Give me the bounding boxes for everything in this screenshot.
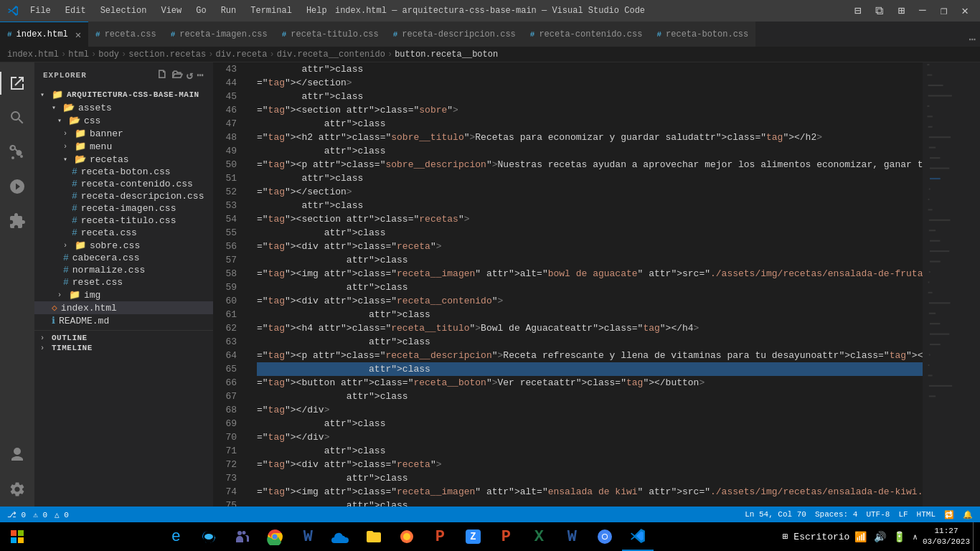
folder-img[interactable]: › 📁 img xyxy=(34,288,213,301)
project-root[interactable]: ▾ 📁 ARQUITECTURA-CSS-BASE-MAIN xyxy=(34,88,213,101)
titlebar-menu[interactable]: File Edit Selection View Go Run Terminal… xyxy=(24,4,333,17)
taskbar-app-chrome[interactable] xyxy=(259,522,291,551)
breadcrumb-item-6[interactable]: button.receta__boton xyxy=(395,50,498,60)
source-control-activity-icon[interactable] xyxy=(0,135,34,169)
taskbar-app-edge[interactable] xyxy=(193,522,225,551)
breadcrumb-item-0[interactable]: index.html xyxy=(7,50,59,60)
folder-sobre[interactable]: › 📁 sobre.css xyxy=(34,239,213,252)
show-desktop-button[interactable] xyxy=(973,522,977,551)
taskbar-app-zoom[interactable]: Z xyxy=(457,522,489,551)
explorer-activity-icon[interactable] xyxy=(0,66,34,100)
outline-section[interactable]: › OUTLINE xyxy=(34,330,213,343)
menu-file[interactable]: File xyxy=(24,4,57,17)
menu-selection[interactable]: Selection xyxy=(95,4,153,17)
tab-receta-boton-css[interactable]: # receta-boton.css xyxy=(649,22,755,47)
close-button[interactable]: ✕ xyxy=(957,2,973,19)
minimize-button[interactable]: ─ xyxy=(915,3,930,19)
file-index-html[interactable]: ◇ index.html xyxy=(34,301,213,314)
git-branch-icon[interactable]: ⎇ 0 xyxy=(7,510,26,519)
layout-icon[interactable]: ⊟ xyxy=(850,2,866,19)
taskbar-app-teams[interactable] xyxy=(226,522,258,551)
tab-receta-contenido-css[interactable]: # receta-contenido.css xyxy=(523,22,650,47)
split-editor-icon[interactable]: ⧉ xyxy=(871,3,887,19)
errors-icon[interactable]: ⚠ 0 xyxy=(33,510,47,519)
account-activity-icon[interactable] xyxy=(0,438,34,472)
taskbar-app-powerpoint[interactable]: P xyxy=(424,522,456,551)
customize-layout-icon[interactable]: ⊞ xyxy=(893,2,909,19)
folder-css[interactable]: ▾ 📂 css xyxy=(34,114,213,127)
search-activity-icon[interactable] xyxy=(0,100,34,135)
collapse-icon[interactable]: ⋯ xyxy=(197,68,204,83)
start-button[interactable] xyxy=(3,522,32,551)
breadcrumb-item-2[interactable]: body xyxy=(98,50,119,60)
line-number: 51 xyxy=(214,171,242,185)
volume-icon[interactable]: 🔊 xyxy=(872,529,888,545)
file-receta-contenido[interactable]: # receta-contenido.css xyxy=(34,178,213,190)
file-reset[interactable]: # reset.css xyxy=(34,276,213,288)
network-icon[interactable]: 📶 xyxy=(852,529,869,545)
folder-banner[interactable]: › 📁 banner xyxy=(34,127,213,140)
language-indicator[interactable]: HTML xyxy=(917,510,936,519)
folder-menu[interactable]: › 📁 menu xyxy=(34,140,213,153)
taskbar-app-onedrive[interactable] xyxy=(325,522,357,551)
desktop-button[interactable]: ⊞ Escritorio xyxy=(783,531,850,542)
taskbar-app-word-blue[interactable]: W xyxy=(292,522,324,551)
refresh-icon[interactable]: ↺ xyxy=(187,68,194,83)
notifications-icon[interactable]: 🔔 xyxy=(963,510,973,519)
extensions-activity-icon[interactable] xyxy=(0,204,34,238)
taskbar-app-vscode[interactable] xyxy=(622,522,654,551)
menu-edit[interactable]: Edit xyxy=(60,4,92,17)
battery-icon[interactable]: 🔋 xyxy=(891,529,908,545)
file-receta-boton[interactable]: # receta-boton.css xyxy=(34,166,213,178)
file-receta-titulo[interactable]: # receta-titulo.css xyxy=(34,215,213,227)
folder-recetas[interactable]: ▾ 📂 recetas xyxy=(34,153,213,166)
spaces-indicator[interactable]: Spaces: 4 xyxy=(815,510,857,519)
settings-activity-icon[interactable] xyxy=(0,472,34,507)
notification-area[interactable]: ∧ xyxy=(910,531,920,543)
tab-receta-descripcion-css[interactable]: # receta-descripcion.css xyxy=(386,22,523,47)
menu-terminal[interactable]: Terminal xyxy=(245,4,298,17)
code-editor[interactable]: attr">class="tag"></section> attr">class… xyxy=(250,62,923,507)
taskbar-app-ie[interactable]: e xyxy=(160,522,192,551)
menu-go[interactable]: Go xyxy=(190,4,212,17)
new-folder-icon[interactable]: 🗁 xyxy=(171,68,184,83)
taskbar-app-firefox[interactable] xyxy=(391,522,423,551)
folder-assets[interactable]: ▾ 📂 assets xyxy=(34,101,213,114)
taskbar-app-files[interactable] xyxy=(358,522,390,551)
run-activity-icon[interactable] xyxy=(0,169,34,204)
new-file-icon[interactable]: 🗋 xyxy=(156,68,169,83)
tab-receta-css[interactable]: # receta.css xyxy=(88,22,164,47)
menu-help[interactable]: Help xyxy=(301,4,333,17)
timeline-section[interactable]: › TIMELINE xyxy=(34,343,213,353)
file-normalize[interactable]: # normalize.css xyxy=(34,264,213,276)
warnings-icon[interactable]: △ 0 xyxy=(55,510,69,519)
breadcrumb-item-1[interactable]: html xyxy=(68,50,89,60)
breadcrumb-item-4[interactable]: div.receta xyxy=(215,50,267,60)
restore-button[interactable]: ❐ xyxy=(936,2,952,19)
file-cabecera[interactable]: # cabecera.css xyxy=(34,252,213,264)
tab-more-button[interactable]: ⋯ xyxy=(969,32,980,47)
breadcrumb-item-5[interactable]: div.receta__contenido xyxy=(277,50,385,60)
eol-indicator[interactable]: LF xyxy=(898,510,908,519)
file-receta-imagen[interactable]: # receta-imagen.css xyxy=(34,202,213,215)
file-receta[interactable]: # receta.css xyxy=(34,227,213,239)
cursor-position[interactable]: Ln 54, Col 70 xyxy=(745,510,806,519)
taskbar-app-powerpoint2[interactable]: P xyxy=(490,522,522,551)
format-icon[interactable]: 🔁 xyxy=(944,510,954,519)
menu-run[interactable]: Run xyxy=(215,4,242,17)
taskbar-app-word[interactable]: W xyxy=(556,522,588,551)
file-receta-descripcion[interactable]: # receta-descripcion.css xyxy=(34,190,213,202)
breadcrumb-item-3[interactable]: section.recetas xyxy=(128,50,206,60)
minimap[interactable] xyxy=(923,62,980,507)
clock[interactable]: 11:27 03/03/2023 xyxy=(923,526,970,548)
file-readme[interactable]: ℹ README.md xyxy=(34,314,213,327)
tab-close-button[interactable]: ✕ xyxy=(75,29,81,41)
titlebar-controls[interactable]: ⊟ ⧉ ⊞ ─ ❐ ✕ xyxy=(850,2,973,19)
tab-receta-titulo-css[interactable]: # receta-titulo.css xyxy=(275,22,386,47)
tab-index-html[interactable]: # index.html ✕ xyxy=(0,22,88,47)
taskbar-app-excel[interactable]: X xyxy=(523,522,555,551)
menu-view[interactable]: View xyxy=(155,4,187,17)
tab-receta-imagen-css[interactable]: # receta-imagen.css xyxy=(164,22,275,47)
encoding-indicator[interactable]: UTF-8 xyxy=(866,510,890,519)
taskbar-app-chrome2[interactable] xyxy=(589,522,621,551)
